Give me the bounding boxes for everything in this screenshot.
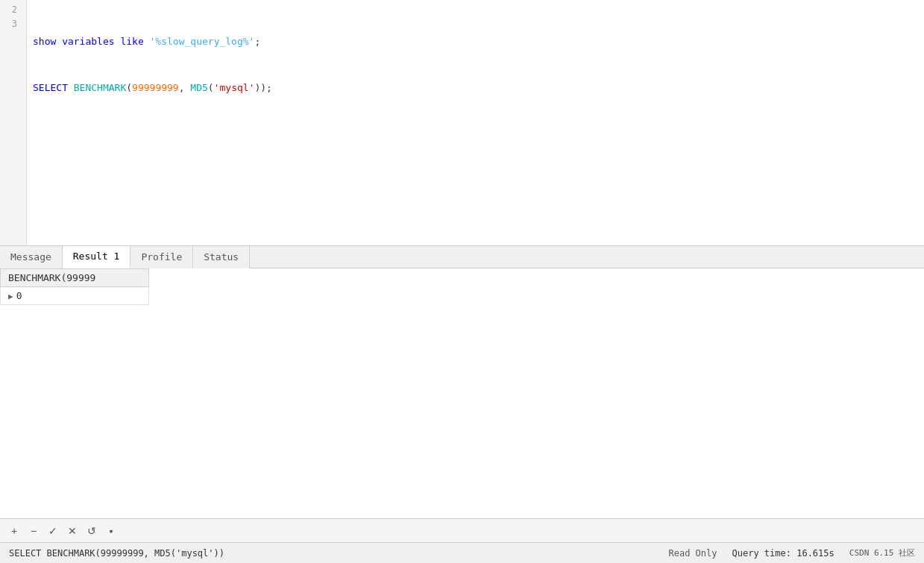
- status-version: CSDN 6.15 社区: [849, 547, 915, 559]
- status-query-text: SELECT BENCHMARK(99999999, MD5('mysql')): [9, 548, 224, 559]
- tab-message[interactable]: Message: [0, 246, 63, 268]
- string-slow-query: '%slow_query_log%': [150, 36, 255, 47]
- row-indicator: ▶: [8, 292, 13, 301]
- status-bar: SELECT BENCHMARK(99999999, MD5('mysql'))…: [0, 542, 924, 563]
- editor-area: 2 3 show variables like '%slow_query_log…: [0, 0, 924, 246]
- table-cell-value: ▶0: [1, 287, 149, 305]
- func-benchmark: BENCHMARK: [74, 82, 126, 93]
- code-line-2: show variables like '%slow_query_log%';: [33, 34, 918, 50]
- status-query-time: Query time: 16.615s: [732, 548, 834, 559]
- line-numbers: 2 3: [0, 0, 27, 245]
- cancel-button[interactable]: ✕: [64, 523, 81, 539]
- number-99999999: 99999999: [132, 82, 179, 93]
- cell-value-0: 0: [16, 290, 22, 301]
- remove-button[interactable]: −: [25, 523, 42, 539]
- tab-result1[interactable]: Result 1: [63, 246, 131, 268]
- column-header-benchmark: BENCHMARK(99999: [1, 269, 149, 287]
- status-readonly-label: Read Only: [668, 548, 717, 559]
- stop-button[interactable]: ▪: [103, 523, 119, 539]
- func-md5: MD5: [190, 82, 207, 93]
- keyword-select: SELECT: [33, 82, 74, 93]
- comma: ,: [179, 82, 191, 93]
- string-mysql: 'mysql': [214, 82, 255, 93]
- semicolon-2: ;: [254, 36, 260, 47]
- tabs-bar: Message Result 1 Profile Status: [0, 246, 924, 268]
- line-number-3: 3: [6, 17, 20, 31]
- refresh-button[interactable]: ↺: [84, 523, 100, 539]
- code-content[interactable]: show variables like '%slow_query_log%'; …: [27, 0, 924, 245]
- results-area: BENCHMARK(99999 ▶0: [0, 268, 924, 518]
- paren-open-1: (: [126, 82, 132, 93]
- keyword-show: show variables like: [33, 36, 150, 47]
- code-line-3: SELECT BENCHMARK(99999999, MD5('mysql'))…: [33, 81, 918, 96]
- toolbar: + − ✓ ✕ ↺ ▪: [0, 518, 924, 542]
- add-button[interactable]: +: [6, 523, 22, 539]
- tab-status[interactable]: Status: [193, 246, 250, 268]
- apply-button[interactable]: ✓: [45, 523, 61, 539]
- result-table: BENCHMARK(99999 ▶0: [0, 268, 149, 305]
- paren-open-2: (: [208, 82, 214, 93]
- table-row: ▶0: [1, 287, 149, 305]
- tab-profile[interactable]: Profile: [131, 246, 193, 268]
- line-number-2: 2: [6, 3, 20, 17]
- status-right-section: Read Only Query time: 16.615s CSDN 6.15 …: [668, 547, 915, 559]
- paren-close: ));: [254, 82, 271, 93]
